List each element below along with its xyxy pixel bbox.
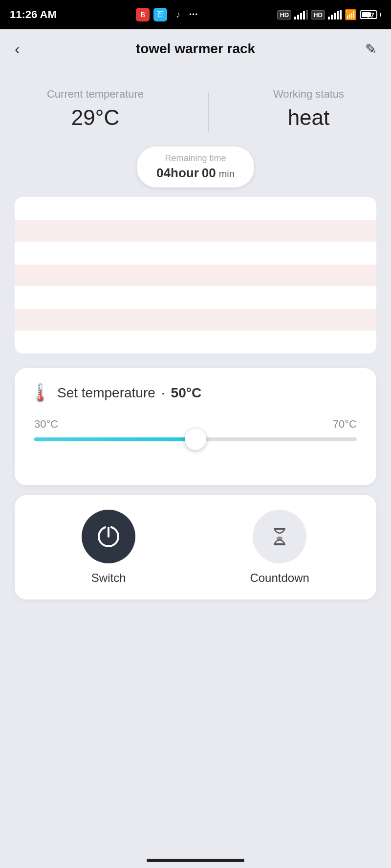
switch-button[interactable] xyxy=(82,510,135,563)
picker-row-6 xyxy=(15,309,376,331)
status-icons: B 百 ♪ ··· xyxy=(136,8,197,21)
current-temp-value: 29°C xyxy=(47,105,144,130)
status-divider xyxy=(208,93,209,132)
remaining-label: Remaining time xyxy=(156,153,235,164)
switch-control[interactable]: Switch xyxy=(82,510,135,585)
status-row: Current temperature 29°C Working status … xyxy=(15,78,376,146)
slider-max-label: 70°C xyxy=(333,418,357,431)
app-icon-2: 百 xyxy=(153,8,167,21)
more-icon: ··· xyxy=(189,8,197,21)
svg-rect-3 xyxy=(274,543,285,545)
battery-container: 67 xyxy=(360,10,381,19)
home-indicator xyxy=(147,859,244,862)
working-status-label: Working status xyxy=(273,88,344,101)
app-icon-3: ♪ xyxy=(171,8,185,21)
timer-min-label: min xyxy=(219,168,235,180)
hd-badge-1: HD xyxy=(277,10,291,20)
switch-label: Switch xyxy=(91,571,126,585)
slider-track xyxy=(34,437,357,441)
slider-fill xyxy=(34,437,196,441)
controls-card: Switch Countdown xyxy=(15,495,376,599)
slider-min-label: 30°C xyxy=(34,418,58,431)
signal-bars-2 xyxy=(328,10,342,20)
svg-rect-2 xyxy=(274,528,285,530)
back-button[interactable]: ‹ xyxy=(15,40,20,58)
timer-min-value: 00 xyxy=(202,165,216,181)
working-status-item: Working status heat xyxy=(273,88,344,130)
status-time: 11:26 AM xyxy=(10,8,57,21)
status-right: HD HD 📶 67 xyxy=(277,9,381,21)
picker-row-4 xyxy=(15,265,376,286)
timer-pill: Remaining time 04hour 00 min xyxy=(137,146,254,187)
timer-hour-value: 04hour xyxy=(156,165,199,181)
power-icon xyxy=(95,523,122,550)
status-bar: 11:26 AM B 百 ♪ ··· HD HD 📶 67 xyxy=(0,0,391,29)
countdown-label: Countdown xyxy=(250,571,309,585)
app-icon-1: B xyxy=(136,8,150,21)
hd-badge-2: HD xyxy=(311,10,325,20)
picker-row-3 xyxy=(15,242,376,264)
page-header: ‹ towel warmer rack ✎ xyxy=(0,29,391,68)
picker-row-2 xyxy=(15,220,376,242)
picker-rows xyxy=(15,197,376,353)
temp-set-value: 50°C xyxy=(171,385,202,401)
picker-container[interactable] xyxy=(15,197,376,353)
battery-text: 67 xyxy=(366,11,374,19)
temp-dot: · xyxy=(161,385,165,401)
wifi-icon: 📶 xyxy=(345,9,357,21)
countdown-button[interactable] xyxy=(253,510,306,563)
temperature-card: 🌡️ Set temperature · 50°C 30°C 70°C xyxy=(15,368,376,485)
signal-bars-1 xyxy=(294,10,308,20)
page-title: towel warmer rack xyxy=(136,41,255,57)
slider-container: 30°C 70°C xyxy=(29,418,362,471)
battery-icon: 67 xyxy=(360,10,377,19)
picker-row-5 xyxy=(15,287,376,309)
picker-row-1 xyxy=(15,198,376,219)
current-temp-label: Current temperature xyxy=(47,88,144,101)
main-content: Current temperature 29°C Working status … xyxy=(0,68,391,619)
hourglass-icon xyxy=(267,524,292,549)
edit-button[interactable]: ✎ xyxy=(365,41,376,57)
picker-row-7 xyxy=(15,331,376,353)
timer-container: Remaining time 04hour 00 min xyxy=(15,146,376,187)
temp-header: 🌡️ Set temperature · 50°C xyxy=(29,383,362,403)
countdown-control[interactable]: Countdown xyxy=(250,510,309,585)
working-status-value: heat xyxy=(273,105,344,130)
current-temp-item: Current temperature 29°C xyxy=(47,88,144,130)
svg-point-4 xyxy=(277,537,282,540)
set-temp-label: Set temperature xyxy=(57,385,155,401)
thermometer-icon: 🌡️ xyxy=(29,383,51,403)
